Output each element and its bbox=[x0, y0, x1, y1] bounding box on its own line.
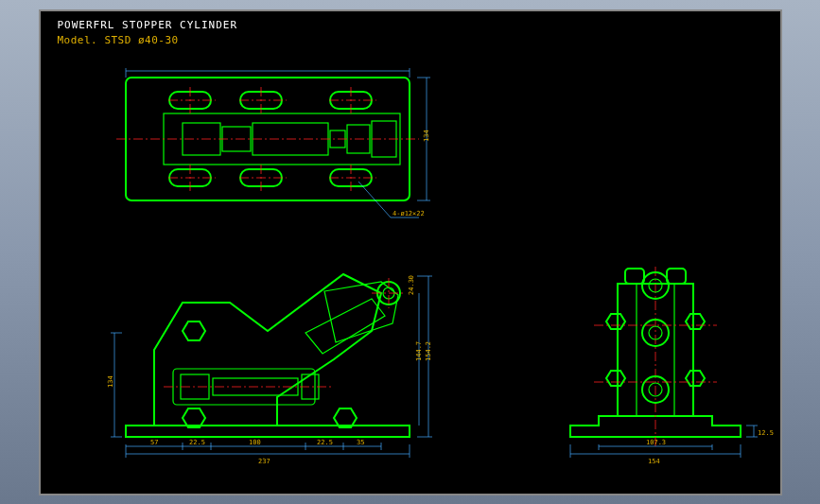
svg-text:154: 154 bbox=[648, 458, 660, 465]
svg-text:57: 57 bbox=[150, 439, 158, 446]
end-view: 107.3 154 12.5 bbox=[570, 267, 774, 465]
svg-text:237: 237 bbox=[258, 458, 270, 465]
svg-text:134: 134 bbox=[423, 130, 430, 142]
top-view: 4-ø12×22 134 bbox=[116, 68, 430, 217]
svg-text:12.5: 12.5 bbox=[758, 429, 774, 437]
cad-drawing-canvas[interactable]: POWERFRL STOPPER CYLINDER Model. STSD ø4… bbox=[39, 9, 782, 495]
svg-text:22.5: 22.5 bbox=[189, 439, 205, 446]
drawing-svg: 4-ø12×22 134 57 22.5 100 22.5 35 237 154… bbox=[41, 11, 780, 494]
svg-text:107.3: 107.3 bbox=[646, 439, 666, 446]
svg-text:4-ø12×22: 4-ø12×22 bbox=[393, 210, 425, 217]
svg-text:134: 134 bbox=[107, 375, 114, 388]
svg-rect-81 bbox=[625, 269, 644, 284]
svg-text:154.2: 154.2 bbox=[425, 340, 432, 360]
svg-text:22.5: 22.5 bbox=[317, 439, 333, 446]
front-view: 57 22.5 100 22.5 35 237 154.2 144.7 24.3… bbox=[107, 274, 432, 465]
svg-rect-82 bbox=[667, 269, 686, 284]
svg-text:24.30: 24.30 bbox=[408, 274, 415, 294]
svg-text:144.7: 144.7 bbox=[415, 340, 423, 360]
svg-text:35: 35 bbox=[357, 439, 364, 446]
svg-text:100: 100 bbox=[249, 439, 261, 446]
